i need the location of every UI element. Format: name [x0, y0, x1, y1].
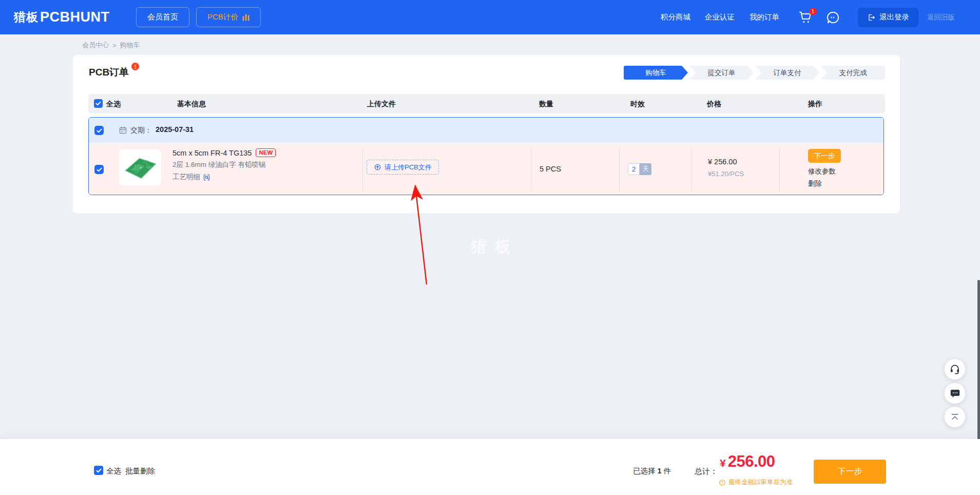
breadcrumb: 会员中心 > 购物车 — [82, 41, 140, 50]
logout-label: 退出登录 — [879, 12, 909, 22]
step-submit-order: 提交订单 — [689, 66, 754, 80]
product-info: 5cm x 5cm FR-4 TG135 NEW 2层 1.6mm 绿油白字 有… — [172, 148, 276, 182]
watermark: 猎板 — [471, 236, 518, 257]
logout-icon — [867, 13, 875, 22]
pcb-cart-page: 猎板 PCBHUNT 会员首页 PCB计价 积分商城 企业认证 我的订单 — [0, 0, 980, 495]
checkout-next-button[interactable]: 下一步 — [814, 460, 886, 484]
item-checkbox[interactable] — [94, 165, 104, 174]
price-note: 最终金额以审单后为准 — [719, 478, 793, 487]
item-next-button[interactable]: 下一步 — [808, 149, 841, 163]
lead-time-unit: 天 — [640, 163, 651, 175]
cart-count-badge: 1 — [809, 8, 817, 15]
customer-service-button[interactable] — [945, 359, 965, 379]
top-navbar: 猎板 PCBHUNT 会员首页 PCB计价 积分商城 企业认证 我的订单 — [0, 0, 980, 34]
delivery-date-row: 交期： 2025-07-31 — [89, 118, 883, 143]
product-specs: 2层 1.6mm 绿油白字 有铅喷锡 — [172, 160, 276, 169]
member-home-label: 会员首页 — [147, 12, 178, 22]
selected-count-text: 已选择1件 — [633, 466, 671, 476]
pcb-pricing-button[interactable]: PCB计价 — [196, 7, 261, 27]
upload-pcb-button[interactable]: 请上传PCB文件 — [367, 160, 439, 175]
headset-icon — [949, 364, 960, 375]
breadcrumb-cart: 购物车 — [120, 41, 140, 50]
pcb-thumbnail[interactable] — [119, 149, 161, 185]
header-lead-time: 时效 — [630, 94, 645, 113]
message-button[interactable] — [945, 383, 965, 404]
cart-button[interactable]: 1 — [798, 10, 813, 25]
breadcrumb-member-center[interactable]: 会员中心 — [82, 41, 109, 50]
lead-time-badge: 2 天 — [628, 163, 651, 175]
upload-label: 请上传PCB文件 — [385, 163, 432, 172]
product-name: 5cm x 5cm FR-4 TG135 — [172, 149, 252, 157]
footer-select-all-checkbox[interactable] — [94, 466, 103, 475]
nav-right-group: 积分商城 企业认证 我的订单 1 — [661, 0, 955, 34]
header-basic-info: 基本信息 — [177, 94, 206, 113]
selected-count: 1 — [658, 467, 662, 475]
header-select-all: 全选 — [106, 94, 121, 113]
nav-chat-button[interactable] — [826, 10, 840, 25]
delete-link[interactable]: 删除 — [808, 179, 822, 188]
pcb-board-image — [121, 153, 159, 182]
order-count-badge: 1 — [131, 63, 139, 70]
delivery-date-value: 2025-07-31 — [156, 125, 194, 134]
page-title-wrap: PCB订单 1 — [89, 66, 139, 79]
modify-params-link[interactable]: 修改参数 — [808, 167, 836, 176]
step-order-payment: 订单支付 — [755, 66, 819, 80]
currency-symbol: ¥ — [720, 457, 726, 469]
doc-search-icon — [203, 174, 210, 181]
scrollbar-thumb[interactable] — [977, 280, 980, 449]
nav-link-points-mall[interactable]: 积分商城 — [661, 12, 690, 22]
total-label: 总计： — [695, 467, 718, 477]
nav-link-enterprise-cert[interactable]: 企业认证 — [705, 12, 735, 22]
quantity-value: 5 PCS — [540, 165, 561, 173]
member-home-button[interactable]: 会员首页 — [136, 7, 189, 27]
lead-time-value: 2 — [628, 163, 640, 175]
page-title: PCB订单 — [89, 66, 129, 79]
message-icon — [950, 388, 960, 399]
process-detail-link[interactable]: 工艺明细 — [172, 173, 210, 182]
select-all-checkbox[interactable] — [94, 99, 103, 108]
checkout-steps: 购物车 提交订单 订单支付 支付完成 — [624, 66, 885, 80]
order-card: PCB订单 1 购物车 提交订单 订单支付 支付完成 全选 基本信息 上传文件 … — [73, 55, 900, 213]
calendar-icon — [119, 126, 127, 135]
cart-item-row: 5cm x 5cm FR-4 TG135 NEW 2层 1.6mm 绿油白字 有… — [89, 143, 883, 195]
table-header: 全选 基本信息 上传文件 数量 时效 价格 操作 — [88, 94, 885, 113]
nav-buttons: 会员首页 PCB计价 — [136, 7, 261, 27]
app-logo[interactable]: 猎板 PCBHUNT — [14, 0, 110, 34]
upload-icon — [374, 163, 381, 171]
new-badge: NEW — [256, 148, 276, 157]
chat-bubble-icon — [826, 10, 840, 25]
item-unit-price: ¥51.20/PCS — [708, 170, 744, 178]
step-cart: 购物车 — [624, 66, 688, 80]
total-price: ¥ 256.00 — [720, 452, 775, 471]
footer-select-all-label[interactable]: 全选 — [106, 466, 121, 476]
logout-button[interactable]: 退出登录 — [858, 8, 918, 27]
total-amount: 256.00 — [728, 452, 775, 471]
item-total-price: ¥ 256.00 — [708, 158, 737, 166]
batch-delete-link[interactable]: 批量删除 — [125, 466, 155, 476]
pcb-pricing-label: PCB计价 — [207, 12, 239, 22]
header-upload-file: 上传文件 — [367, 94, 396, 113]
delivery-date-label: 交期： — [130, 126, 152, 135]
back-to-top-button[interactable] — [945, 407, 965, 427]
group-checkbox[interactable] — [94, 126, 104, 135]
cart-item-group: 交期： 2025-07-31 — [88, 117, 884, 195]
header-price: 价格 — [707, 94, 721, 113]
warning-circle-icon — [719, 479, 726, 486]
bar-chart-icon — [242, 14, 249, 21]
logo-en: PCBHUNT — [40, 9, 110, 25]
nav-link-my-orders[interactable]: 我的订单 — [750, 12, 779, 22]
breadcrumb-separator: > — [112, 42, 117, 49]
bottom-summary-bar: 全选 批量删除 已选择1件 总计： ¥ 256.00 最终金额以审单后为准 下一… — [0, 439, 980, 495]
back-to-top-icon — [950, 412, 960, 422]
logo-cn: 猎板 — [14, 9, 39, 25]
step-payment-done: 支付完成 — [821, 66, 885, 80]
header-actions: 操作 — [808, 94, 822, 113]
header-quantity: 数量 — [539, 94, 553, 113]
back-old-version-link[interactable]: 返回旧版 — [927, 13, 955, 22]
